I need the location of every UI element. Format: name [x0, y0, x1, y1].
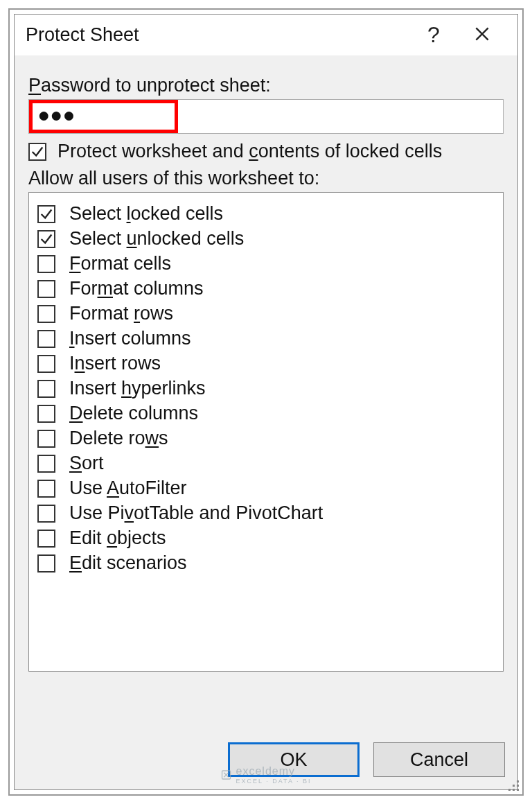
protect-contents-checkbox[interactable]: [28, 143, 46, 161]
permission-label: Format cells: [69, 253, 171, 274]
protect-sheet-dialog: Protect Sheet ? Password to unprotect sh…: [14, 14, 518, 790]
protect-contents-row[interactable]: Protect worksheet and contents of locked…: [28, 141, 504, 162]
permission-label: Select locked cells: [69, 203, 223, 225]
permission-checkbox[interactable]: [37, 330, 55, 348]
permissions-listbox[interactable]: Select locked cellsSelect unlocked cells…: [28, 192, 504, 672]
permission-label: Edit scenarios: [69, 552, 187, 574]
permission-label: Use AutoFilter: [69, 478, 187, 499]
permission-option[interactable]: Use PivotTable and PivotChart: [37, 503, 495, 524]
permission-checkbox[interactable]: [37, 480, 55, 498]
highlight-box: [29, 100, 178, 133]
password-input[interactable]: ●●●: [28, 99, 504, 134]
checkmark-icon: [30, 144, 45, 159]
cancel-button[interactable]: Cancel: [373, 742, 505, 777]
permission-option[interactable]: Select unlocked cells: [37, 228, 495, 250]
screenshot-frame: Protect Sheet ? Password to unprotect sh…: [8, 8, 524, 796]
permission-option[interactable]: Insert rows: [37, 353, 495, 374]
title-bar: Protect Sheet ?: [15, 15, 517, 55]
permission-label: Edit objects: [69, 527, 166, 549]
permission-option[interactable]: Delete rows: [37, 428, 495, 449]
permission-checkbox[interactable]: [37, 380, 55, 398]
permission-checkbox[interactable]: [37, 554, 55, 573]
logo-icon: [221, 769, 232, 780]
permission-option[interactable]: Insert columns: [37, 328, 495, 349]
permission-option[interactable]: Format rows: [37, 303, 495, 324]
permission-option[interactable]: Delete columns: [37, 403, 495, 424]
password-label: Password to unprotect sheet:: [28, 75, 504, 96]
permission-option[interactable]: Use AutoFilter: [37, 478, 495, 499]
watermark: exceldemy EXCEL · DATA · BI: [221, 765, 312, 785]
permission-checkbox[interactable]: [37, 405, 55, 423]
permission-label: Select unlocked cells: [69, 228, 244, 250]
permission-label: Delete columns: [69, 403, 198, 424]
protect-contents-label: Protect worksheet and contents of locked…: [57, 141, 442, 162]
permission-option[interactable]: Format columns: [37, 278, 495, 299]
permission-checkbox[interactable]: [37, 355, 55, 373]
permission-checkbox[interactable]: [37, 230, 55, 248]
close-button[interactable]: [458, 21, 506, 49]
permission-label: Insert hyperlinks: [69, 378, 206, 399]
permission-option[interactable]: Edit objects: [37, 527, 495, 549]
permission-label: Insert rows: [69, 353, 161, 374]
permission-option[interactable]: Insert hyperlinks: [37, 378, 495, 399]
permission-label: Format rows: [69, 303, 173, 324]
permission-label: Use PivotTable and PivotChart: [69, 503, 323, 524]
permission-checkbox[interactable]: [37, 255, 55, 273]
allow-users-label: Allow all users of this worksheet to:: [28, 168, 504, 189]
permission-option[interactable]: Select locked cells: [37, 203, 495, 225]
permission-label: Insert columns: [69, 328, 191, 349]
permission-checkbox[interactable]: [37, 455, 55, 473]
dialog-body: Password to unprotect sheet: ●●● Protect…: [15, 55, 517, 733]
permission-checkbox[interactable]: [37, 430, 55, 448]
help-button[interactable]: ?: [409, 22, 458, 48]
permission-option[interactable]: Edit scenarios: [37, 552, 495, 574]
permission-checkbox[interactable]: [37, 505, 55, 523]
permission-label: Sort: [69, 453, 104, 474]
permission-option[interactable]: Format cells: [37, 253, 495, 274]
resize-grip[interactable]: [507, 779, 520, 792]
permission-label: Format columns: [69, 278, 204, 299]
permission-checkbox[interactable]: [37, 280, 55, 298]
checkmark-icon: [39, 207, 54, 222]
permission-checkbox[interactable]: [37, 305, 55, 323]
permission-checkbox[interactable]: [37, 530, 55, 548]
permission-option[interactable]: Sort: [37, 453, 495, 474]
permission-label: Delete rows: [69, 428, 168, 449]
checkmark-icon: [39, 231, 54, 247]
dialog-title: Protect Sheet: [26, 24, 409, 46]
close-icon: [473, 25, 491, 43]
permission-checkbox[interactable]: [37, 205, 55, 223]
